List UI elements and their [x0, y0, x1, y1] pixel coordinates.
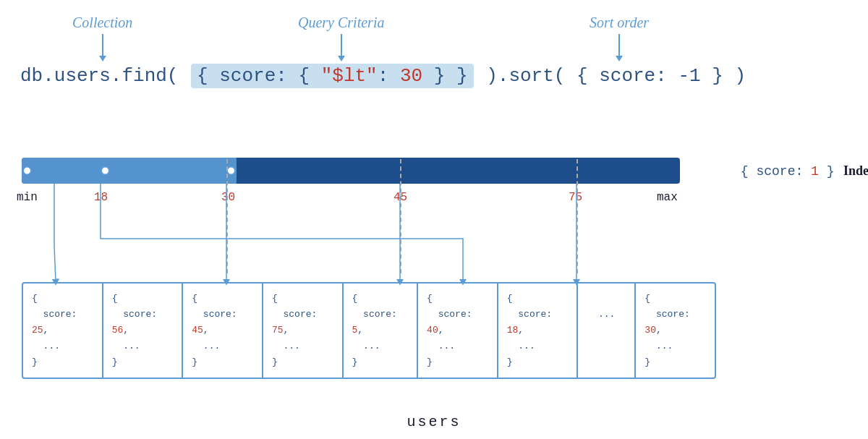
collection-annotation: Collection: [72, 14, 132, 61]
index-label-code: { score: 1 }: [741, 164, 835, 179]
tick-75: 75: [569, 191, 582, 204]
doc-box-7: { score: 18, ... }: [498, 284, 579, 378]
query-close: } }: [422, 65, 467, 87]
users-label: users: [407, 414, 461, 430]
doc-box-9: { score: 30, ... }: [636, 284, 715, 378]
dashed-line-75: [576, 159, 578, 273]
query-criteria-text: { score: {: [197, 65, 321, 87]
index-highlight-region: [22, 158, 237, 184]
query-criteria-label: Query Criteria: [298, 14, 384, 31]
tick-min: min: [17, 191, 38, 204]
query-line: db.users.find( { score: { "$lt": 30 } } …: [20, 64, 746, 88]
dashed-line-30: [226, 159, 228, 273]
tick-18: 18: [94, 191, 108, 204]
doc-box-2: { score: 56, ... }: [103, 284, 184, 378]
tick-30: 30: [221, 191, 235, 204]
query-prefix: db.users.find(: [20, 65, 178, 87]
query-str: "$lt": [321, 65, 378, 87]
query-criteria-annotation: Query Criteria: [298, 14, 384, 61]
sort-order-label: Sort order: [590, 14, 649, 31]
tick-max: max: [657, 191, 678, 204]
query-num: 30: [400, 65, 422, 87]
doc-box-4: { score: 75, ... }: [263, 284, 344, 378]
query-suffix: ).sort( { score: -1 } ): [486, 65, 746, 87]
doc-box-8: ...: [578, 284, 636, 378]
sort-order-annotation: Sort order: [590, 14, 649, 61]
index-dot-min: [22, 166, 32, 176]
docs-container: { score: 25, ... } { score: 56, ... } { …: [22, 282, 716, 379]
index-bar-wrapper: { score: 1 } Index: [22, 158, 680, 184]
doc-box-3: { score: 45, ... }: [183, 284, 263, 378]
query-colon: :: [378, 65, 400, 87]
index-label-word: Index: [843, 163, 868, 178]
doc-box-1: { score: 25, ... }: [23, 284, 103, 378]
diagram: Collection Query Criteria Sort order db.…: [0, 0, 868, 439]
doc-box-6: { score: 40, ... }: [418, 284, 498, 378]
collection-label: Collection: [72, 14, 132, 31]
doc-box-5: { score: 5, ... }: [344, 284, 419, 378]
index-label: { score: 1 } Index: [741, 163, 868, 179]
index-dot-18: [101, 166, 110, 176]
index-bar: [22, 158, 680, 184]
dashed-line-45: [400, 159, 401, 273]
